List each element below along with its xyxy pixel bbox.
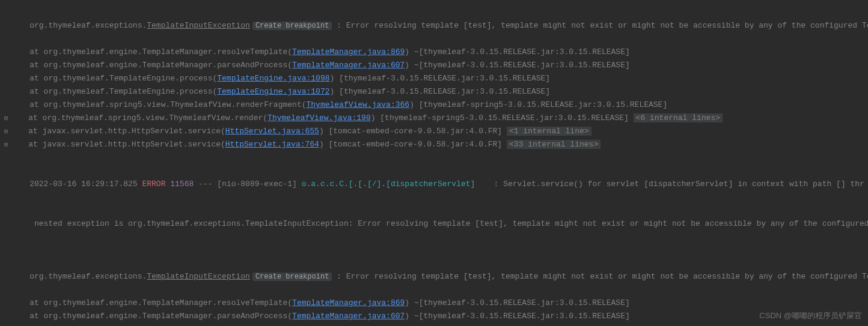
exception-class-link[interactable]: TemplateInputException [147,272,250,281]
exception-message: : Error resolving template [test], templ… [332,21,868,30]
create-breakpoint-button[interactable]: Create breakpoint [252,22,332,30]
log-line: 2022-03-16 16:29:17.825 ERROR 11568 --- … [0,165,868,204]
frame-tail: ) [thymeleaf-spring5-3.0.15.RELEASE.jar:… [371,113,634,122]
frame-tail: ) [tomcat-embed-core-9.0.58.jar:4.0.FR] [319,127,507,136]
stack-frame: at org.thymeleaf.engine.TemplateManager.… [0,46,868,59]
log-pid: 11568 [165,180,194,189]
stack-frame: at org.thymeleaf.TemplateEngine.process(… [0,72,868,85]
source-link[interactable]: TemplateManager.java:869 [292,47,405,56]
exception-header: org.thymeleaf.exceptions.TemplateInputEx… [0,257,868,297]
frame-tail: ) ~[thymeleaf-3.0.15.RELEASE.jar:3.0.15.… [405,312,629,321]
expand-fold-icon[interactable]: ⊞ [2,112,10,125]
frame-tail: ) [thymeleaf-3.0.15.RELEASE.jar:3.0.15.R… [330,74,551,83]
exception-package: org.thymeleaf.exceptions. [29,272,147,281]
frame-at: at org.thymeleaf.engine.TemplateManager.… [11,47,292,56]
frame-tail: ) ~[thymeleaf-3.0.15.RELEASE.jar:3.0.15.… [405,47,629,56]
frame-at: at org.thymeleaf.spring5.view.ThymeleafV… [11,100,306,109]
log-message: : Servlet.service() for servlet [dispatc… [489,180,864,189]
source-link[interactable]: TemplateManager.java:607 [292,312,405,321]
source-link[interactable]: ThymeleafView.java:366 [306,100,409,109]
stack-frame: ⊞ at javax.servlet.http.HttpServlet.serv… [0,138,868,151]
log-nested-message: nested exception is org.thymeleaf.except… [0,204,868,244]
source-link[interactable]: TemplateEngine.java:1072 [217,87,329,96]
log-timestamp: 2022-03-16 16:29:17.825 [29,180,142,189]
folded-lines[interactable]: <33 internal lines> [507,140,601,149]
frame-tail: ) [tomcat-embed-core-9.0.58.jar:4.0.FR] [319,140,507,149]
stack-frame: ⊞ at org.thymeleaf.spring5.view.Thymelea… [0,112,868,125]
frame-at: at javax.servlet.http.HttpServlet.servic… [10,127,225,136]
log-thread: --- [nio-8089-exec-1] [194,180,301,189]
folded-lines[interactable]: <6 internal lines> [634,113,723,122]
frame-at: at org.thymeleaf.engine.TemplateManager.… [11,298,292,307]
frame-tail: ) [thymeleaf-spring5-3.0.15.RELEASE.jar:… [409,100,667,109]
stack-frame: at org.thymeleaf.spring5.view.ThymeleafV… [0,98,868,112]
stack-frame: at org.thymeleaf.TemplateEngine.process(… [0,323,868,326]
source-link[interactable]: TemplateEngine.java:1098 [217,74,329,83]
expand-fold-icon[interactable]: ⊞ [2,138,10,151]
stack-frame: at org.thymeleaf.engine.TemplateManager.… [0,297,868,310]
source-link[interactable]: HttpServlet.java:655 [225,127,319,136]
stack-frame: at org.thymeleaf.TemplateEngine.process(… [0,85,868,98]
stack-frame: ⊞ at javax.servlet.http.HttpServlet.serv… [0,125,868,138]
exception-message: : Error resolving template [test], templ… [332,272,868,281]
create-breakpoint-button[interactable]: Create breakpoint [252,273,332,281]
frame-at: at org.thymeleaf.spring5.view.ThymeleafV… [10,113,267,122]
expand-fold-icon[interactable]: ⊞ [2,125,10,138]
watermark: CSDN @嘟嘟的程序员铲屎官 [759,309,862,322]
stack-frame: at org.thymeleaf.engine.TemplateManager.… [0,59,868,72]
console-output: org.thymeleaf.exceptions.TemplateInputEx… [0,0,868,326]
frame-at: at org.thymeleaf.TemplateEngine.process( [11,87,217,96]
source-link[interactable]: TemplateManager.java:607 [292,61,405,70]
source-link[interactable]: HttpServlet.java:764 [225,140,319,149]
log-level: ERROR [142,180,165,189]
exception-class-link[interactable]: TemplateInputException [147,21,250,30]
blank-line [0,151,868,165]
log-nested-text: nested exception is org.thymeleaf.except… [29,219,868,228]
frame-at: at org.thymeleaf.TemplateEngine.process( [11,74,217,83]
frame-tail: ) [thymeleaf-3.0.15.RELEASE.jar:3.0.15.R… [330,87,551,96]
blank-line [0,244,868,257]
folded-lines[interactable]: <1 internal line> [507,127,591,136]
stack-frame: at org.thymeleaf.engine.TemplateManager.… [0,310,868,323]
frame-at: at javax.servlet.http.HttpServlet.servic… [10,140,225,149]
exception-header: org.thymeleaf.exceptions.TemplateInputEx… [0,6,868,46]
frame-at: at org.thymeleaf.engine.TemplateManager.… [11,61,292,70]
source-link[interactable]: TemplateManager.java:869 [292,298,405,307]
exception-package: org.thymeleaf.exceptions. [29,21,147,30]
frame-at: at org.thymeleaf.engine.TemplateManager.… [11,312,292,321]
log-logger: o.a.c.c.C.[.[.[/].[dispatcherServlet] [302,180,489,189]
source-link[interactable]: ThymeleafView.java:190 [267,113,371,122]
frame-tail: ) ~[thymeleaf-3.0.15.RELEASE.jar:3.0.15.… [405,61,629,70]
frame-tail: ) ~[thymeleaf-3.0.15.RELEASE.jar:3.0.15.… [405,298,629,307]
